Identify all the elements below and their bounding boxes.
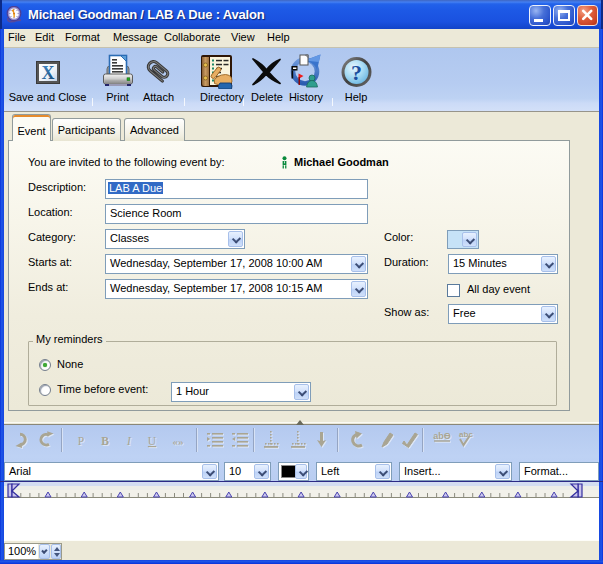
svg-text:B: B: [101, 435, 109, 447]
svg-text:abc: abc: [459, 430, 473, 439]
svg-text:U: U: [148, 435, 157, 447]
svg-text:«»: «»: [173, 435, 184, 447]
svg-text:P: P: [78, 435, 84, 447]
svg-text:?: ?: [351, 60, 362, 85]
svg-text:abƟ: abƟ: [433, 431, 451, 441]
svg-text:X: X: [42, 63, 55, 83]
